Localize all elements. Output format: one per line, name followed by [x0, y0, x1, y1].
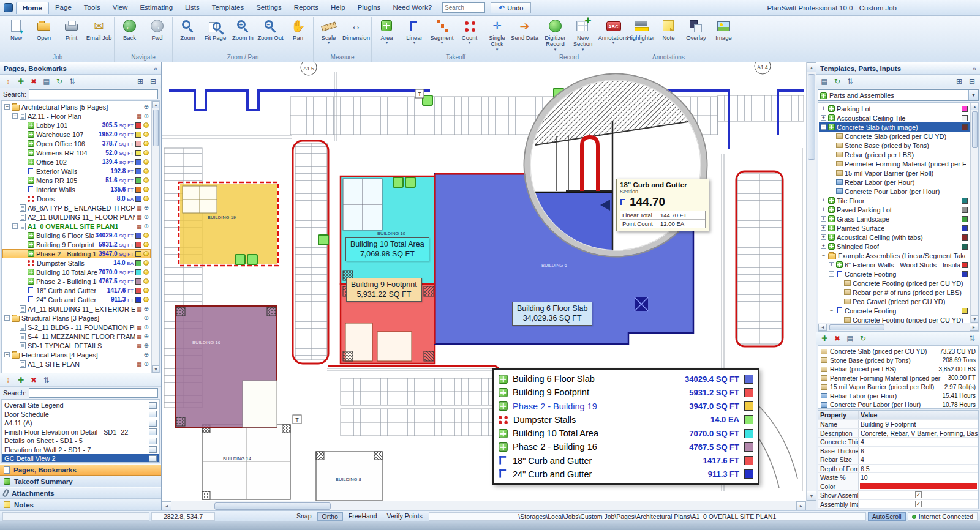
- part-rebar-priced-per-lbs[interactable]: Rebar (priced per LBS)3,852.00 LBS: [818, 365, 978, 374]
- refresh-icon[interactable]: ↻: [832, 77, 842, 86]
- toggle-ortho[interactable]: Ortho: [317, 512, 343, 521]
- expander-icon[interactable]: +: [821, 106, 826, 111]
- tree-item-painted-surface[interactable]: +Painted Surface: [819, 223, 970, 233]
- color-swatch[interactable]: [135, 132, 141, 138]
- tree-item-s-2-11-bldg-11-foundation-plan[interactable]: S-2_11 BLDG - 11 FOUNDATION PLAN▦⊕: [2, 323, 151, 332]
- bookmark-overall-site-legend[interactable]: Overall Site Legend: [2, 401, 159, 410]
- bookmark-details-on-sheet-sd1-5[interactable]: Details on Sheet - SD1 - 5: [2, 436, 159, 446]
- visibility-bulb-icon[interactable]: [143, 141, 149, 146]
- visibility-bulb-icon[interactable]: [143, 260, 149, 266]
- crosshair-icon[interactable]: ⊕: [144, 113, 149, 120]
- tree-item-s-4-11-mezzanine-floor-framing-bldg-11[interactable]: S-4_11 MEZZANINE FLOOR FRAMING - BLDG 11…: [2, 332, 151, 341]
- bookmark-door-schedule[interactable]: Door Schedule: [2, 410, 159, 419]
- menu-tab-home[interactable]: Home: [16, 2, 49, 14]
- ribbon-button-fit-page[interactable]: Fit Page: [202, 17, 229, 42]
- expander-icon[interactable]: +: [829, 262, 834, 267]
- accordion-takeoff-summary[interactable]: Takeoff Summary: [0, 476, 161, 487]
- tree-item-rebar-priced-per-lbs[interactable]: Rebar (priced per LBS): [819, 150, 970, 159]
- menu-tab-tools[interactable]: Tools: [78, 2, 107, 13]
- ribbon-button-segment[interactable]: Segment▾: [428, 17, 456, 46]
- tree-item-interior-walls[interactable]: Interior Walls135.6 FT: [2, 185, 151, 194]
- color-swatch[interactable]: [962, 106, 968, 112]
- color-swatch[interactable]: [962, 308, 968, 314]
- crosshair-icon[interactable]: ⊕: [144, 305, 149, 313]
- ribbon-button-single-click[interactable]: ✛Single Click▾: [483, 17, 511, 53]
- menu-tab-need-work[interactable]: Need Work?: [386, 2, 438, 13]
- ribbon-button-open[interactable]: Open: [30, 17, 58, 42]
- scroll-left-icon[interactable]: ◄: [162, 501, 172, 511]
- color-swatch[interactable]: [135, 141, 141, 147]
- page-tool-icon[interactable]: ▦: [137, 113, 142, 120]
- ribbon-button-highlighter[interactable]: Highlighter▾: [627, 17, 655, 46]
- add-icon[interactable]: ✚: [820, 334, 829, 343]
- toggle-verify-points[interactable]: Verify Points: [383, 512, 427, 521]
- visibility-bulb-icon[interactable]: [143, 168, 149, 174]
- part-rebar-labor-per-hour[interactable]: Rebar Labor (per Hour)15.41 Hours: [818, 392, 978, 401]
- color-swatch[interactable]: [135, 269, 141, 275]
- legend-item-dumpster-stalls[interactable]: Dumpster Stalls14.0 EA: [499, 413, 753, 427]
- page-tool-icon[interactable]: ▦: [137, 223, 142, 230]
- accordion-attachments[interactable]: Attachments: [0, 487, 161, 499]
- add-icon[interactable]: ✚: [16, 375, 26, 385]
- crosshair-icon[interactable]: ⊕: [144, 103, 149, 111]
- expander-icon[interactable]: +: [821, 216, 826, 222]
- menu-tab-plugins[interactable]: Plugins: [352, 2, 387, 13]
- property-value[interactable]: Building 9 Footprint: [859, 420, 978, 428]
- expander-icon[interactable]: −: [829, 308, 834, 313]
- takeoff-building-19-area[interactable]: [179, 182, 278, 266]
- tree-item-parking-lot[interactable]: +Parking Lot: [819, 104, 970, 113]
- visibility-bulb-icon[interactable]: [143, 196, 149, 201]
- ribbon-button-print[interactable]: Print: [58, 17, 85, 42]
- tree-item-a6-6a-typ-b-enlarged-ti-rcp[interactable]: A6_6A TYP B_ ENLARGED TI RCP▦⊕: [2, 203, 151, 212]
- tree-item-accoustical-ceiling-tile[interactable]: +Accoustical Ceiling Tile: [819, 113, 970, 122]
- property-value[interactable]: Concrete, Rebar, V Barrier, Forming, Bas…: [859, 429, 978, 438]
- tree-item-lobby-101[interactable]: Lobby 101305.5 SQ FT: [2, 121, 151, 130]
- pages-search-input[interactable]: [29, 89, 158, 99]
- bookmark-view-icon[interactable]: [149, 420, 157, 427]
- ribbon-button-note[interactable]: Note: [655, 17, 682, 42]
- tree-item-warehouse-107[interactable]: Warehouse 1071952.0 SQ FT: [2, 130, 151, 139]
- tree-item-a4-11-building-11-exterior-elevations[interactable]: A4_11 BUILDING 11_ EXTERIOR ELEVATIONS▦⊕: [2, 304, 151, 313]
- scroll-right-icon[interactable]: ►: [796, 501, 806, 511]
- tree-item-doors[interactable]: Doors8.0 EA: [2, 194, 151, 203]
- visibility-bulb-icon[interactable]: [143, 288, 149, 293]
- crosshair-icon[interactable]: ⊕: [144, 342, 149, 349]
- color-swatch[interactable]: [135, 150, 141, 156]
- tree-item-grass-landscape[interactable]: +Grass Landscape: [819, 214, 970, 223]
- expander-icon[interactable]: −: [821, 124, 826, 130]
- part-concrete-slab-priced-per-cu-yd[interactable]: Concrete Slab (priced per CU YD)73.23 CU…: [818, 347, 978, 356]
- export-icon[interactable]: ▤: [42, 77, 51, 86]
- property-value[interactable]: 4: [859, 455, 978, 464]
- color-swatch[interactable]: [135, 159, 141, 165]
- canvas-vertical-scrollbar[interactable]: ▲ ▼: [806, 62, 816, 501]
- visibility-bulb-icon[interactable]: [143, 122, 149, 128]
- ribbon-button-area[interactable]: Area▾: [373, 17, 401, 46]
- tree-item-concrete-footing-priced-per-cu-yd[interactable]: Concrete Footing (priced per CU YD): [819, 278, 970, 288]
- expander-icon[interactable]: −: [821, 253, 826, 258]
- property-value[interactable]: 10: [859, 473, 978, 482]
- visibility-bulb-icon[interactable]: [143, 132, 149, 137]
- tree-item-phase-2-building-16[interactable]: Phase 2 - Building 164767.5 SQ FT: [2, 277, 151, 286]
- add-icon[interactable]: ✚: [16, 77, 26, 86]
- ribbon-button-digitizer-record[interactable]: Digitizer Record▾: [541, 17, 569, 53]
- color-swatch[interactable]: [135, 187, 141, 193]
- ribbon-button-scale[interactable]: Scale▾: [315, 17, 342, 46]
- scroll-up-icon[interactable]: ▲: [807, 62, 816, 72]
- tree-item-dumpster-stalls[interactable]: Dumpster Stalls14.0 EA: [2, 258, 151, 267]
- property-value[interactable]: 6.5: [859, 465, 978, 473]
- reorder-icon[interactable]: ↕: [3, 77, 13, 86]
- menu-tab-page[interactable]: Page: [49, 2, 78, 13]
- export-icon[interactable]: ▤: [820, 77, 829, 86]
- part-stone-base-priced-by-tons[interactable]: Stone Base (priced by Tons)208.69 Tons: [818, 356, 978, 365]
- tree-item-mens-rr-105[interactable]: Mens RR 10551.6 SQ FT: [2, 176, 151, 185]
- bookmark-view-icon[interactable]: [149, 411, 157, 417]
- ribbon-button-new[interactable]: ✦New: [2, 17, 30, 42]
- tree-item-example-assemblies-linear-segment-takeo[interactable]: −Example Assemblies (Linear/Segment Take…: [819, 251, 970, 260]
- collapse-panel-icon[interactable]: «: [154, 65, 157, 72]
- crosshair-icon[interactable]: ⊕: [144, 360, 149, 368]
- ribbon-button-overlay[interactable]: Overlay: [682, 17, 710, 42]
- bookmark-view-icon[interactable]: [149, 428, 157, 435]
- property-value[interactable]: 4: [859, 438, 978, 446]
- tree-item-building-10-total-area[interactable]: Building 10 Total Area7070.0 SQ FT: [2, 267, 151, 277]
- legend-item-24-curb-and-gutter[interactable]: 24" Curb and Gutter911.3 FT: [499, 468, 753, 481]
